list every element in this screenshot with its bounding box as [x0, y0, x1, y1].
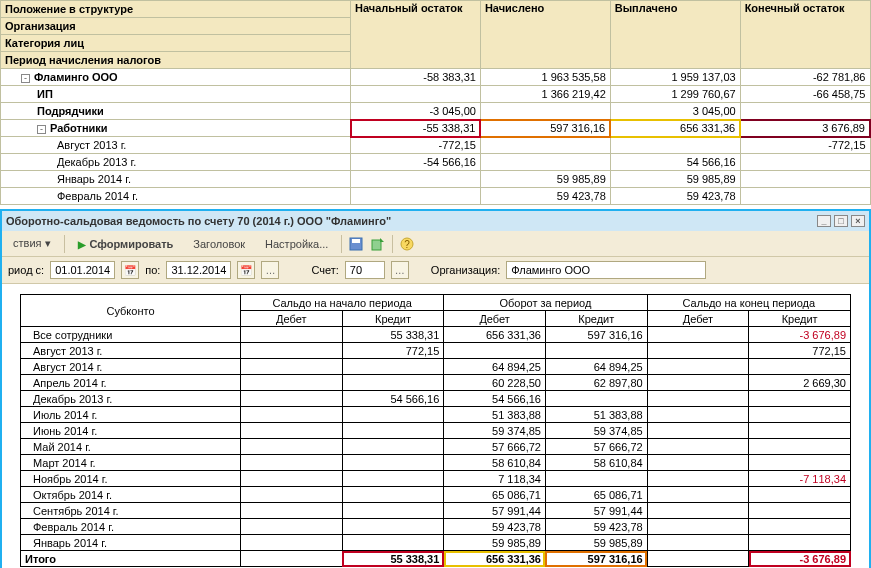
minimize-button[interactable]: _: [817, 215, 831, 227]
date-from-input[interactable]: 01.01.2014: [50, 261, 115, 279]
col-sd: Дебет: [241, 311, 343, 327]
tree-label: Август 2013 г.: [1, 137, 351, 154]
account-picker-button[interactable]: …: [391, 261, 409, 279]
report-cell: -3 676,89: [749, 327, 851, 343]
report-cell: 57 991,44: [545, 503, 647, 519]
account-label: Счет:: [311, 264, 338, 276]
total-ed: [647, 551, 749, 567]
report-cell: [342, 439, 444, 455]
tree-table[interactable]: Положение в структуре Начальный остаток …: [0, 0, 871, 205]
tree-cell: 597 316,16: [480, 120, 610, 137]
top-report: Положение в структуре Начальный остаток …: [0, 0, 871, 205]
report-row[interactable]: Август 2014 г.64 894,2564 894,25: [21, 359, 851, 375]
tree-cell: [740, 171, 870, 188]
report-label: Все сотрудники: [21, 327, 241, 343]
account-input[interactable]: 70: [345, 261, 385, 279]
report-row[interactable]: Все сотрудники55 338,31656 331,36597 316…: [21, 327, 851, 343]
date-to-input[interactable]: 31.12.2014: [166, 261, 231, 279]
col-start: Начальный остаток: [351, 1, 481, 69]
tree-row[interactable]: Февраль 2014 г.59 423,7859 423,78: [1, 188, 871, 205]
report-row[interactable]: Май 2014 г.57 666,7257 666,72: [21, 439, 851, 455]
report-cell: [647, 407, 749, 423]
total-label: Итого: [21, 551, 241, 567]
tree-row[interactable]: Август 2013 г.-772,15-772,15: [1, 137, 871, 154]
tree-row[interactable]: ИП1 366 219,421 299 760,67-66 458,75: [1, 86, 871, 103]
calendar-to-icon[interactable]: 📅: [237, 261, 255, 279]
total-tc: 597 316,16: [545, 551, 647, 567]
report-cell: [342, 471, 444, 487]
report-label: Октябрь 2014 г.: [21, 487, 241, 503]
tree-cell: [480, 154, 610, 171]
report-cell: [647, 455, 749, 471]
report-row[interactable]: Февраль 2014 г.59 423,7859 423,78: [21, 519, 851, 535]
tree-cell: 3 045,00: [610, 103, 740, 120]
tree-label: -Работники: [1, 120, 351, 137]
report-cell: [647, 471, 749, 487]
report-row[interactable]: Октябрь 2014 г.65 086,7165 086,71: [21, 487, 851, 503]
expand-toggle[interactable]: -: [37, 125, 46, 134]
report-cell: [241, 343, 343, 359]
report-row[interactable]: Апрель 2014 г.60 228,5062 897,802 669,30: [21, 375, 851, 391]
tree-cell: -66 458,75: [740, 86, 870, 103]
report-row[interactable]: Декабрь 2013 г.54 566,1654 566,16: [21, 391, 851, 407]
col-tc: Кредит: [545, 311, 647, 327]
report-row[interactable]: Ноябрь 2014 г.7 118,34-7 118,34: [21, 471, 851, 487]
report-cell: [241, 327, 343, 343]
report-row[interactable]: Июль 2014 г.51 383,8851 383,88: [21, 407, 851, 423]
tree-row[interactable]: Подрядчики-3 045,003 045,00: [1, 103, 871, 120]
tree-cell: [740, 188, 870, 205]
report-cell: [241, 359, 343, 375]
header-button[interactable]: Заголовок: [186, 235, 252, 253]
total-row: Итого 55 338,31 656 331,36 597 316,16 -3…: [21, 551, 851, 567]
col-saldo-end: Сальдо на конец периода: [647, 295, 850, 311]
settings-button[interactable]: Настройка...: [258, 235, 335, 253]
report-cell: [647, 343, 749, 359]
help-icon[interactable]: ?: [399, 236, 415, 252]
calendar-from-icon[interactable]: 📅: [121, 261, 139, 279]
report-cell: [647, 519, 749, 535]
report-row[interactable]: Март 2014 г.58 610,8458 610,84: [21, 455, 851, 471]
report-row[interactable]: Июнь 2014 г.59 374,8559 374,85: [21, 423, 851, 439]
col-sc: Кредит: [342, 311, 444, 327]
report-cell: 59 374,85: [444, 423, 546, 439]
tree-cell: -772,15: [740, 137, 870, 154]
report-cell: 772,15: [342, 343, 444, 359]
export-icon[interactable]: [370, 236, 386, 252]
report-table[interactable]: Субконто Сальдо на начало периода Оборот…: [20, 294, 851, 567]
tree-row[interactable]: Декабрь 2013 г.-54 566,1654 566,16: [1, 154, 871, 171]
tree-cell: 54 566,16: [610, 154, 740, 171]
report-window: Оборотно-сальдовая ведомость по счету 70…: [0, 209, 871, 568]
close-button[interactable]: ×: [851, 215, 865, 227]
report-label: Май 2014 г.: [21, 439, 241, 455]
tree-row[interactable]: Январь 2014 г.59 985,8959 985,89: [1, 171, 871, 188]
report-row[interactable]: Январь 2014 г.59 985,8959 985,89: [21, 535, 851, 551]
tree-row[interactable]: -Фламинго ООО-58 383,311 963 535,581 959…: [1, 69, 871, 86]
col-turnover: Оборот за период: [444, 295, 647, 311]
period-from-label: риод с:: [8, 264, 44, 276]
report-cell: [241, 439, 343, 455]
report-row[interactable]: Август 2013 г.772,15772,15: [21, 343, 851, 359]
report-cell: [749, 503, 851, 519]
org-input[interactable]: Фламинго ООО: [506, 261, 706, 279]
tree-row[interactable]: -Работники-55 338,31597 316,16656 331,36…: [1, 120, 871, 137]
tree-label: ИП: [1, 86, 351, 103]
report-cell: 65 086,71: [444, 487, 546, 503]
report-cell: [241, 471, 343, 487]
save-icon[interactable]: [348, 236, 364, 252]
report-row[interactable]: Сентябрь 2014 г.57 991,4457 991,44: [21, 503, 851, 519]
report-cell: 54 566,16: [444, 391, 546, 407]
expand-toggle[interactable]: -: [21, 74, 30, 83]
report-label: Август 2013 г.: [21, 343, 241, 359]
tree-cell: 3 676,89: [740, 120, 870, 137]
period-picker-button[interactable]: …: [261, 261, 279, 279]
report-cell: [545, 343, 647, 359]
titlebar[interactable]: Оборотно-сальдовая ведомость по счету 70…: [2, 211, 869, 231]
actions-menu[interactable]: ствия ▾: [6, 234, 58, 253]
report-cell: [342, 375, 444, 391]
tree-cell: 1 366 219,42: [480, 86, 610, 103]
form-button[interactable]: Сформировать: [71, 235, 181, 253]
report-cell: [241, 391, 343, 407]
report-label: Январь 2014 г.: [21, 535, 241, 551]
maximize-button[interactable]: □: [834, 215, 848, 227]
report-cell: 51 383,88: [545, 407, 647, 423]
